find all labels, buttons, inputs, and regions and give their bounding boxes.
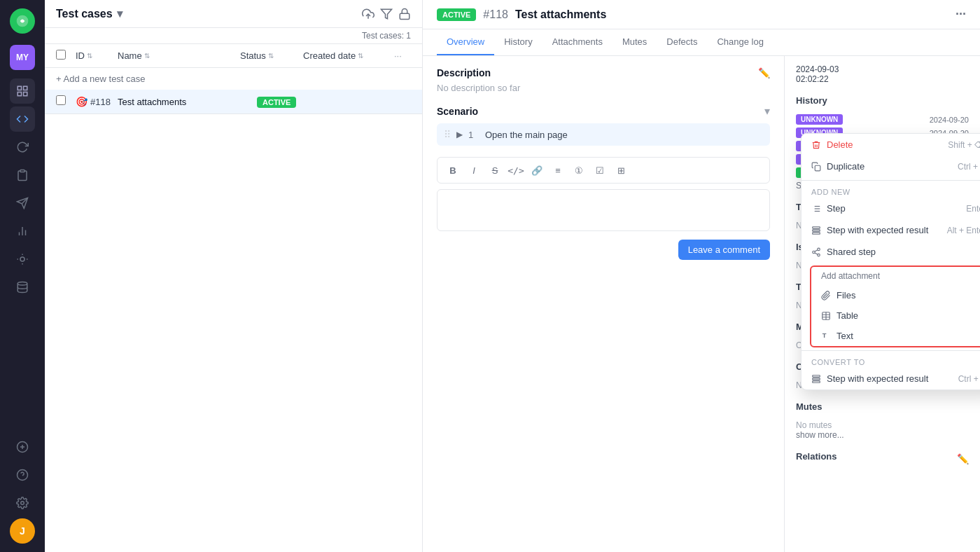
left-panel-header: Test cases ▾ xyxy=(45,0,422,28)
convert-step-label-row: Step with expected result xyxy=(811,373,928,384)
code-button[interactable]: </> xyxy=(506,160,526,180)
svg-rect-1 xyxy=(18,86,21,90)
mutes-section: Mutes No mutes show more... xyxy=(796,401,969,440)
svg-rect-42 xyxy=(813,380,820,382)
svg-point-32 xyxy=(818,254,820,256)
user-avatar[interactable]: J xyxy=(10,518,35,544)
step-label-row: Step xyxy=(811,203,846,214)
svg-rect-2 xyxy=(24,86,27,90)
menu-files[interactable]: Files xyxy=(811,285,980,305)
detail-more-button[interactable]: ··· xyxy=(955,7,966,22)
bullet-list-button[interactable]: ≡ xyxy=(548,160,568,180)
menu-step-expected[interactable]: Step with expected result Alt + Enter xyxy=(802,219,980,241)
svg-rect-20 xyxy=(815,165,820,171)
show-more-mutes[interactable]: show more... xyxy=(796,430,969,440)
id-sort-icon[interactable]: ⇅ xyxy=(87,52,92,60)
description-label: Description xyxy=(437,67,491,78)
svg-rect-28 xyxy=(813,229,820,230)
sidebar-item-database[interactable] xyxy=(10,275,35,300)
history-item-0: UNKNOWN 2024-09-20 xyxy=(796,114,969,125)
sidebar-settings-button[interactable] xyxy=(10,490,35,516)
menu-duplicate[interactable]: Duplicate Ctrl + D xyxy=(802,156,980,177)
leave-comment-button[interactable]: Leave a comment xyxy=(678,240,770,260)
step-expected-shortcut: Alt + Enter xyxy=(947,226,980,235)
ordered-list-button[interactable]: ① xyxy=(569,160,589,180)
sidebar-item-clipboard[interactable] xyxy=(10,163,35,188)
mutes-value: No mutes xyxy=(796,420,969,430)
menu-text[interactable]: T Text xyxy=(811,326,980,346)
sidebar-item-chart[interactable] xyxy=(10,219,35,244)
tab-defects[interactable]: Defects xyxy=(657,29,707,55)
svg-rect-27 xyxy=(813,226,820,228)
step-drag-handle[interactable]: ⠿ xyxy=(444,129,451,140)
add-test-case-button[interactable]: + Add a new test case xyxy=(45,68,422,90)
tab-changelog[interactable]: Change log xyxy=(707,29,774,55)
step-icon xyxy=(811,204,821,214)
menu-table[interactable]: Table xyxy=(811,305,980,326)
shared-step-label-row: Shared step xyxy=(811,247,876,257)
created-sort-icon[interactable]: ⇅ xyxy=(358,52,363,60)
relations-label: Relations xyxy=(796,451,837,462)
bold-button[interactable]: B xyxy=(443,160,463,180)
text-toolbar: B I S </> 🔗 ≡ ① ☑ ⊞ xyxy=(437,157,770,184)
logo-icon xyxy=(15,14,29,28)
svg-point-10 xyxy=(18,282,27,286)
strikethrough-button[interactable]: S xyxy=(485,160,505,180)
step-row-1[interactable]: ⠿ ▶ 1 Open the main page xyxy=(437,123,770,146)
description-value: No description so far xyxy=(437,83,770,93)
row-checkbox[interactable] xyxy=(56,95,66,105)
mutes-header: Mutes xyxy=(796,401,969,416)
name-sort-icon[interactable]: ⇅ xyxy=(144,52,150,60)
table-icon xyxy=(821,311,831,321)
workspace-avatar[interactable]: MY xyxy=(10,45,35,70)
description-header: Description ✏️ xyxy=(437,67,770,78)
menu-delete[interactable]: Delete Shift + ⌫ xyxy=(802,134,980,156)
delete-label-row: Delete xyxy=(811,139,853,150)
table-insert-button[interactable]: ⊞ xyxy=(611,160,631,180)
relations-section: Relations ✏️ xyxy=(796,451,969,466)
status-sort-icon[interactable]: ⇅ xyxy=(268,52,274,60)
menu-convert-step[interactable]: Step with expected result Ctrl + E xyxy=(802,368,980,389)
col-more-icon[interactable]: ··· xyxy=(394,50,402,61)
svg-rect-29 xyxy=(813,232,820,233)
sidebar-help-button[interactable] xyxy=(10,462,35,488)
test-case-row[interactable]: 🎯 #118 Test attachments ACTIVE xyxy=(45,90,422,114)
filter-icon[interactable] xyxy=(380,8,393,20)
svg-point-16 xyxy=(21,502,24,505)
italic-button[interactable]: I xyxy=(464,160,484,180)
tab-overview[interactable]: Overview xyxy=(437,29,494,55)
title-chevron[interactable]: ▾ xyxy=(117,7,122,20)
scenario-label: Scenario xyxy=(437,106,478,117)
detail-id: #118 xyxy=(483,8,508,21)
tab-mutes[interactable]: Mutes xyxy=(612,29,657,55)
scenario-collapse-icon[interactable]: ▾ xyxy=(764,104,770,118)
menu-step[interactable]: Step Enter xyxy=(802,198,980,219)
sidebar-item-code[interactable] xyxy=(10,106,35,132)
created-date: 2024-09-03 xyxy=(796,64,969,74)
sidebar-add-button[interactable] xyxy=(10,434,35,460)
tab-history[interactable]: History xyxy=(494,29,542,55)
relations-edit-icon[interactable]: ✏️ xyxy=(957,453,969,464)
app-logo[interactable] xyxy=(10,8,35,34)
tab-attachments[interactable]: Attachments xyxy=(542,29,612,55)
convert-step-icon xyxy=(811,374,821,384)
comment-area xyxy=(437,189,770,231)
select-all-checkbox[interactable] xyxy=(56,50,66,60)
sidebar-item-bug[interactable] xyxy=(10,247,35,272)
sidebar-item-refresh[interactable] xyxy=(10,134,35,160)
step-expand-icon[interactable]: ▶ xyxy=(456,130,463,139)
menu-shared-step[interactable]: Shared step xyxy=(802,241,980,263)
upload-icon[interactable] xyxy=(362,8,374,20)
description-edit-icon[interactable]: ✏️ xyxy=(758,67,770,78)
sidebar-item-rocket[interactable] xyxy=(10,191,35,216)
checklist-button[interactable]: ☑ xyxy=(590,160,610,180)
link-button[interactable]: 🔗 xyxy=(527,160,547,180)
svg-rect-3 xyxy=(18,92,21,96)
duplicate-shortcut: Ctrl + D xyxy=(958,162,980,172)
col-header-id: ID ⇅ xyxy=(76,50,118,61)
svg-rect-40 xyxy=(813,375,820,376)
sidebar-item-dashboard[interactable] xyxy=(10,78,35,104)
step-expected-label-row: Step with expected result xyxy=(811,225,928,235)
lock-icon[interactable] xyxy=(398,8,411,20)
mutes-label: Mutes xyxy=(796,401,822,412)
